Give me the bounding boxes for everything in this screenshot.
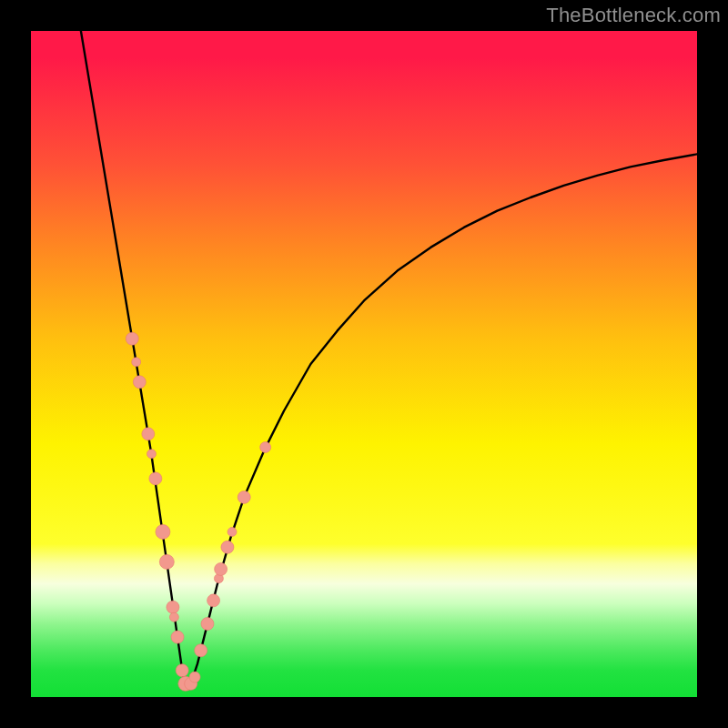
- data-point: [133, 376, 146, 389]
- data-point: [221, 541, 234, 553]
- data-point: [167, 601, 179, 613]
- data-point: [142, 428, 155, 440]
- data-point: [132, 358, 141, 367]
- watermark-text: TheBottleneck.com: [546, 4, 721, 27]
- data-point: [238, 490, 250, 503]
- data-point: [260, 442, 271, 453]
- data-point: [126, 332, 138, 345]
- chart-overlay: [31, 31, 697, 697]
- data-point: [189, 672, 200, 682]
- data-markers: [126, 332, 270, 691]
- curve-path: [81, 31, 697, 683]
- data-point: [201, 617, 214, 630]
- data-point: [159, 554, 174, 569]
- bottleneck-curve: [81, 31, 697, 683]
- data-point: [156, 524, 170, 539]
- data-point: [176, 664, 188, 677]
- data-point: [147, 450, 156, 459]
- data-point: [207, 594, 220, 607]
- data-point: [169, 612, 178, 622]
- data-point: [215, 562, 228, 575]
- data-point: [228, 527, 237, 536]
- data-point: [149, 472, 162, 485]
- chart-frame: TheBottleneck.com: [0, 0, 728, 728]
- data-point: [171, 631, 184, 643]
- data-point: [195, 644, 207, 657]
